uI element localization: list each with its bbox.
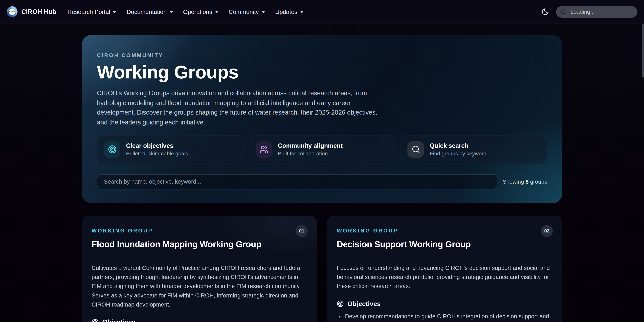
chevron-down-icon bbox=[113, 11, 116, 13]
feature-title: Community alignment bbox=[278, 142, 342, 149]
hero-description: CIROH's Working Groups drive innovation … bbox=[97, 88, 388, 127]
chevron-down-icon bbox=[262, 11, 265, 13]
users-icon bbox=[256, 141, 272, 158]
feature-title: Quick search bbox=[430, 142, 486, 149]
nav-item-community[interactable]: Community bbox=[229, 8, 265, 15]
working-group-card-2: 02 WORKING GROUP Decision Support Workin… bbox=[327, 216, 562, 322]
chevron-down-icon bbox=[170, 11, 173, 13]
nav-right bbox=[540, 6, 638, 17]
group-description: Cultivates a vibrant Community of Practi… bbox=[92, 263, 307, 309]
brand-title: CIROH Hub bbox=[21, 8, 56, 16]
nav-search-box[interactable] bbox=[556, 6, 638, 17]
group-eyebrow: WORKING GROUP bbox=[92, 228, 307, 234]
nav-item-documentation[interactable]: Documentation bbox=[126, 8, 173, 15]
feature-row: Clear objectives Bulleted, skimmable goa… bbox=[97, 135, 547, 164]
group-description: Focuses on understanding and advancing C… bbox=[337, 263, 552, 291]
group-title: Flood Inundation Mapping Working Group bbox=[92, 239, 307, 249]
showing-count: Showing 8 groups bbox=[502, 178, 547, 185]
group-number-badge: 01 bbox=[296, 225, 308, 237]
svg-text:CIROH: CIROH bbox=[9, 11, 15, 12]
nav-menu: Research Portal Documentation Operations… bbox=[68, 8, 304, 15]
feature-quick-search: Quick search Find groups by keyword bbox=[400, 135, 547, 164]
group-title: Decision Support Working Group bbox=[337, 239, 552, 249]
nav-item-updates[interactable]: Updates bbox=[275, 8, 304, 15]
ciroh-logo-icon: CIROH bbox=[6, 6, 18, 17]
feature-subtitle: Bulleted, skimmable goals bbox=[126, 150, 188, 156]
objective-item: Develop recommendations to guide CIROH's… bbox=[345, 312, 552, 322]
search-icon bbox=[561, 9, 566, 14]
moon-icon bbox=[542, 8, 549, 16]
group-eyebrow: WORKING GROUP bbox=[337, 228, 552, 234]
nav-search-input[interactable] bbox=[570, 8, 633, 15]
objectives-label: Objectives bbox=[348, 300, 381, 308]
working-groups-grid: 01 WORKING GROUP Flood Inundation Mappin… bbox=[82, 216, 562, 322]
objectives-label: Objectives bbox=[102, 318, 136, 322]
feature-subtitle: Find groups by keyword bbox=[430, 150, 486, 156]
target-icon bbox=[92, 319, 98, 322]
feature-subtitle: Built for collaboration bbox=[278, 150, 342, 156]
objectives-header: Objectives bbox=[92, 318, 307, 322]
feature-clear-objectives: Clear objectives Bulleted, skimmable goa… bbox=[97, 135, 243, 164]
feature-title: Clear objectives bbox=[126, 142, 188, 149]
feature-community-alignment: Community alignment Built for collaborat… bbox=[249, 135, 395, 164]
chevron-down-icon bbox=[300, 11, 304, 13]
scrollbar-thumb[interactable] bbox=[642, 24, 644, 77]
theme-toggle-button[interactable] bbox=[540, 7, 550, 16]
navbar: CIROH CIROH Hub Research Portal Document… bbox=[0, 0, 644, 24]
group-number-badge: 02 bbox=[541, 225, 553, 237]
nav-item-research-portal[interactable]: Research Portal bbox=[68, 8, 116, 15]
target-icon bbox=[337, 300, 344, 308]
objectives-list: Develop recommendations to guide CIROH's… bbox=[337, 312, 552, 322]
search-icon bbox=[408, 141, 424, 158]
nav-item-operations[interactable]: Operations bbox=[183, 8, 218, 15]
hero-card: CIROH COMMUNITY Working Groups CIROH's W… bbox=[82, 35, 562, 203]
page-title: Working Groups bbox=[97, 63, 547, 82]
brand-group[interactable]: CIROH CIROH Hub bbox=[6, 6, 56, 17]
chevron-down-icon bbox=[215, 11, 218, 13]
target-icon bbox=[104, 141, 120, 158]
group-search-row: Showing 8 groups bbox=[97, 174, 547, 189]
page: CIROH CIROH Hub Research Portal Document… bbox=[0, 0, 644, 322]
working-group-card-1: 01 WORKING GROUP Flood Inundation Mappin… bbox=[82, 216, 317, 322]
objectives-header: Objectives bbox=[337, 300, 552, 308]
group-search-input[interactable] bbox=[97, 174, 497, 189]
hero-eyebrow: CIROH COMMUNITY bbox=[97, 52, 547, 58]
